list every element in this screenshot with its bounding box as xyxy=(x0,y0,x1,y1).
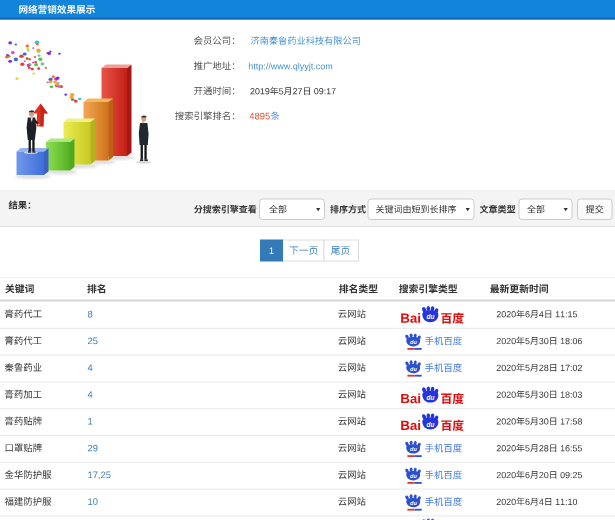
svg-text:du: du xyxy=(410,339,417,345)
svg-text:du: du xyxy=(427,394,435,401)
svg-text:du: du xyxy=(410,446,417,452)
svg-text:du: du xyxy=(410,473,417,479)
svg-text:du: du xyxy=(427,313,435,320)
svg-text:du: du xyxy=(410,366,417,372)
svg-text:du: du xyxy=(427,421,435,428)
svg-text:du: du xyxy=(410,500,417,506)
